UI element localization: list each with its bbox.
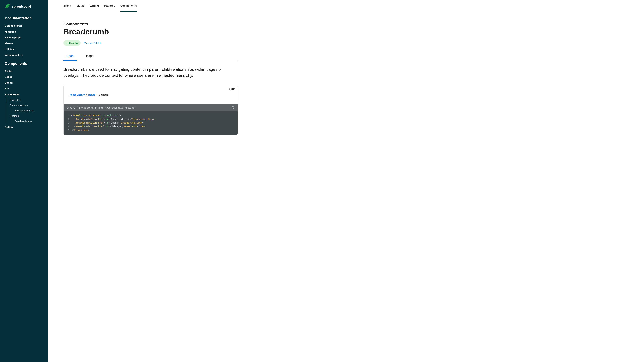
sidebar-item-badge[interactable]: Badge xyxy=(0,74,48,80)
code-line: 3 <Breadcrumb.Item href='#'>Beans</Bread… xyxy=(66,121,234,125)
tab-code[interactable]: Code xyxy=(64,53,77,61)
code-line: 4 <Breadcrumb.Item href='#'>Chicago</Bre… xyxy=(66,125,234,128)
meta-row: Healthy View on GitHub xyxy=(64,40,238,45)
theme-dark-button[interactable] xyxy=(232,88,234,90)
lead-paragraph: Breadcrumbs are used for navigating cont… xyxy=(64,66,238,78)
status-badge: Healthy xyxy=(64,40,81,45)
logo-text: sproutsocial xyxy=(12,4,31,8)
sidebar-sub-recipes[interactable]: Recipes xyxy=(0,113,48,118)
copy-icon[interactable] xyxy=(232,106,234,109)
sidebar-item-breadcrumb[interactable]: Breadcrumb xyxy=(0,91,48,97)
sidebar-sub-overflow-menu[interactable]: Overflow Menu xyxy=(0,118,48,124)
sidebar-item-box[interactable]: Box xyxy=(0,86,48,91)
crumb-separator: / xyxy=(85,93,88,96)
sidebar-item-system-props[interactable]: System props xyxy=(0,34,48,40)
status-badge-label: Healthy xyxy=(69,41,78,44)
theme-light-button[interactable] xyxy=(229,88,232,90)
nav-brand[interactable]: Brand xyxy=(64,0,71,11)
code-block[interactable]: 1<Breadcrumb ariaLabel='breadcrumb'> 2 <… xyxy=(64,111,238,135)
sidebar-sub-subcomponents[interactable]: Subcomponents xyxy=(0,103,48,108)
page-title: Breadcrumb xyxy=(64,27,238,36)
theme-toggle xyxy=(229,88,234,90)
view-on-github-link[interactable]: View on GitHub xyxy=(84,41,102,44)
sidebar-heading-components: Components xyxy=(0,58,48,68)
main: Brand Visual Writing Patterns Components… xyxy=(48,0,644,362)
sidebar-item-version-history[interactable]: Version history xyxy=(0,52,48,58)
page-eyebrow: Components xyxy=(64,22,238,26)
nav-components[interactable]: Components xyxy=(120,0,137,11)
sidebar-item-getting-started[interactable]: Getting started xyxy=(0,23,48,29)
crumb-chicago[interactable]: Chicago xyxy=(99,93,108,96)
import-statement: import { Breadcrumb } from '@sproutsocia… xyxy=(66,106,136,109)
breadcrumb-demo: Asset Library / Beans / Chicago xyxy=(70,93,232,96)
sidebar-item-banner[interactable]: Banner xyxy=(0,80,48,86)
import-bar: import { Breadcrumb } from '@sproutsocia… xyxy=(64,104,238,111)
example-preview: Asset Library / Beans / Chicago xyxy=(64,85,238,104)
sidebar-item-migration[interactable]: Migration xyxy=(0,29,48,34)
sidebar-sub-properties[interactable]: Properties xyxy=(0,97,48,103)
tab-usage[interactable]: Usage xyxy=(82,53,96,61)
sidebar-heading-documentation: Documentation xyxy=(0,13,48,23)
heart-icon xyxy=(66,41,68,44)
crumb-separator: / xyxy=(96,93,98,96)
sidebar-sub-breadcrumb-item[interactable]: Breadcrumb Item xyxy=(0,108,48,113)
sidebar-item-theme[interactable]: Theme xyxy=(0,40,48,46)
example-card: Asset Library / Beans / Chicago import {… xyxy=(64,85,238,135)
sidebar-item-utilities[interactable]: Utilities xyxy=(0,46,48,52)
nav-patterns[interactable]: Patterns xyxy=(104,0,115,11)
code-line: 1<Breadcrumb ariaLabel='breadcrumb'> xyxy=(66,114,234,117)
crumb-beans[interactable]: Beans xyxy=(88,93,95,96)
sidebar-item-button[interactable]: Button xyxy=(0,124,48,130)
code-line: 2 <Breadcrumb.Item href='#'>Asset Librar… xyxy=(66,117,234,121)
logo[interactable]: sproutsocial xyxy=(0,3,48,13)
content-tabs: Code Usage xyxy=(64,53,238,61)
nav-visual[interactable]: Visual xyxy=(76,0,84,11)
top-nav: Brand Visual Writing Patterns Components xyxy=(48,0,644,12)
leaf-icon xyxy=(5,3,10,9)
sidebar-item-avatar[interactable]: Avatar xyxy=(0,68,48,74)
code-line: 5</Breadcrumb> xyxy=(66,128,234,132)
sidebar: sproutsocial Documentation Getting start… xyxy=(0,0,48,362)
svg-rect-0 xyxy=(233,107,234,109)
nav-writing[interactable]: Writing xyxy=(90,0,99,11)
crumb-asset-library[interactable]: Asset Library xyxy=(70,93,84,96)
content: Components Breadcrumb Healthy View on Gi… xyxy=(48,12,253,142)
